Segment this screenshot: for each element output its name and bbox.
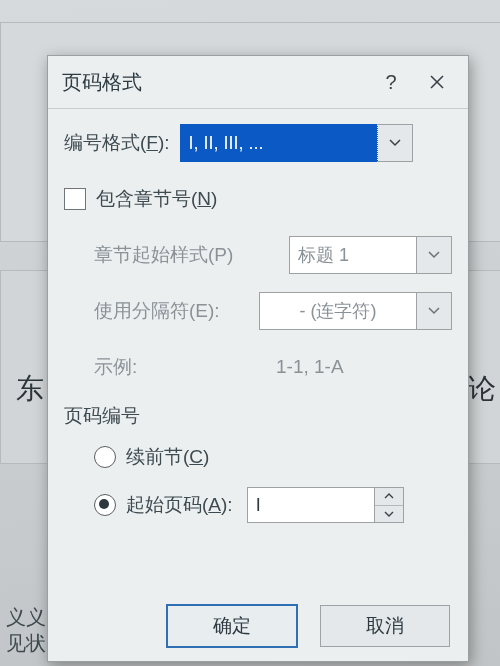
cancel-button[interactable]: 取消 <box>320 605 450 647</box>
page-numbering-title: 页码编号 <box>64 403 452 429</box>
chevron-down-icon <box>389 139 401 147</box>
chapter-start-row: 章节起始样式(P) 标题 1 <box>64 235 452 275</box>
close-icon <box>429 74 445 90</box>
number-format-value: I, II, III, ... <box>180 124 378 162</box>
dialog-footer: 确定 取消 <box>48 591 468 661</box>
titlebar: 页码格式 ? <box>48 56 468 109</box>
dialog-title: 页码格式 <box>62 69 142 96</box>
chapter-start-arrow[interactable] <box>417 236 452 274</box>
number-format-row: 编号格式(F): I, II, III, ... <box>64 123 452 163</box>
chevron-down-icon <box>384 511 394 517</box>
spin-buttons <box>375 487 404 523</box>
chevron-up-icon <box>384 493 394 499</box>
chapter-start-value: 标题 1 <box>289 236 417 274</box>
close-button[interactable] <box>414 62 460 102</box>
start-at-radio[interactable] <box>94 494 116 516</box>
start-at-input[interactable] <box>247 487 375 523</box>
ok-button[interactable]: 确定 <box>166 604 298 648</box>
bg-bottom-line2: 见状 <box>6 630 52 656</box>
chapter-start-combo[interactable]: 标题 1 <box>289 236 452 274</box>
continue-previous-row: 续前节(C) <box>64 439 452 475</box>
separator-row: 使用分隔符(E): - (连字符) <box>64 291 452 331</box>
help-icon: ? <box>385 71 396 94</box>
include-chapter-label: 包含章节号(N) <box>96 186 217 212</box>
continue-previous-label: 续前节(C) <box>126 444 209 470</box>
continue-previous-radio[interactable] <box>94 446 116 468</box>
example-value: 1-1, 1-A <box>276 356 452 378</box>
spin-up-button[interactable] <box>375 488 403 506</box>
page-number-format-dialog: 页码格式 ? 编号格式(F): I, II, III, ... 包含章节号(N) <box>47 55 469 662</box>
help-button[interactable]: ? <box>368 62 414 102</box>
dialog-body: 编号格式(F): I, II, III, ... 包含章节号(N) 章节起始样式… <box>48 109 468 591</box>
separator-combo[interactable]: - (连字符) <box>259 292 452 330</box>
spin-down-button[interactable] <box>375 506 403 523</box>
start-at-label: 起始页码(A): <box>126 492 233 518</box>
bg-bottom-line1: 义义. <box>6 604 52 630</box>
separator-label: 使用分隔符(E): <box>94 298 220 324</box>
number-format-label: 编号格式(F): <box>64 130 170 156</box>
start-at-row: 起始页码(A): <box>64 487 452 523</box>
separator-arrow[interactable] <box>417 292 452 330</box>
bg-text-left: 东 <box>16 370 44 408</box>
include-chapter-row: 包含章节号(N) <box>64 179 452 219</box>
include-chapter-checkbox[interactable] <box>64 188 86 210</box>
number-format-arrow[interactable] <box>378 124 413 162</box>
bg-text-bottom: 义义. 见状 <box>6 604 52 656</box>
example-label: 示例: <box>94 354 137 380</box>
start-at-spinner <box>247 487 404 523</box>
example-row: 示例: 1-1, 1-A <box>64 347 452 387</box>
separator-value: - (连字符) <box>259 292 417 330</box>
chevron-down-icon <box>428 307 440 315</box>
chevron-down-icon <box>428 251 440 259</box>
chapter-start-label: 章节起始样式(P) <box>94 242 233 268</box>
number-format-combo[interactable]: I, II, III, ... <box>180 124 413 162</box>
